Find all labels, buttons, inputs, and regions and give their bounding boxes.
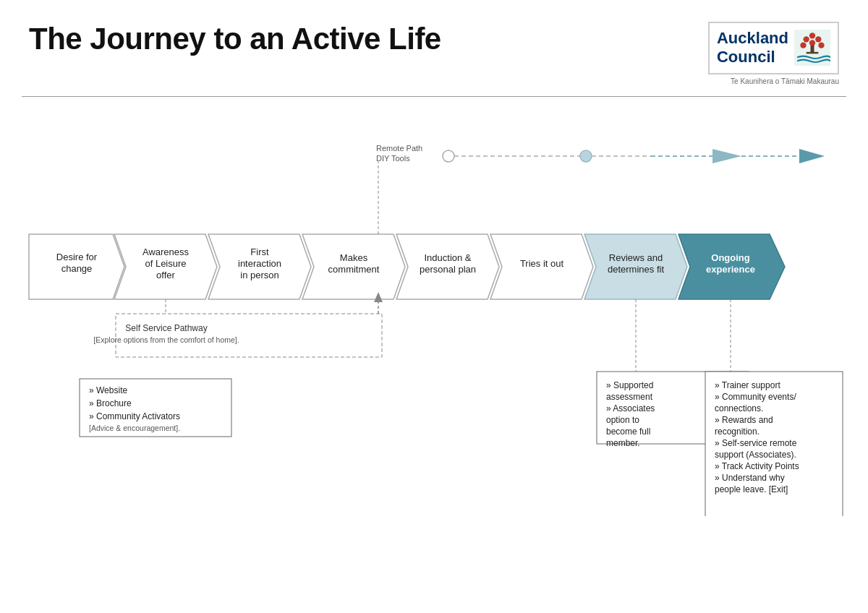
svg-text:support (Associates).: support (Associates). — [715, 450, 796, 460]
chevron-stage-8: Ongoing experience — [678, 234, 785, 299]
svg-text:»  Trainer support: » Trainer support — [715, 380, 780, 390]
main-content: Remote Path DIY Tools — [0, 97, 868, 526]
svg-text:Desire for: Desire for — [56, 252, 98, 262]
svg-point-11 — [443, 150, 454, 162]
svg-text:»  Track Activity Points: » Track Activity Points — [715, 461, 799, 471]
svg-text:of Leisure: of Leisure — [145, 258, 186, 269]
page-title: The Journey to an Active Life — [29, 22, 441, 56]
svg-point-1 — [809, 33, 815, 39]
svg-text:interaction: interaction — [238, 258, 281, 269]
svg-point-5 — [809, 40, 815, 46]
svg-text:[Advice & encouragement].: [Advice & encouragement]. — [89, 424, 180, 432]
svg-text:[Explore options from the comf: [Explore options from the comfort of hom… — [93, 335, 239, 344]
svg-text:Reviews and: Reviews and — [609, 252, 663, 263]
svg-point-2 — [804, 37, 809, 43]
svg-marker-15 — [712, 149, 741, 163]
svg-text:»  Website: » Website — [89, 385, 127, 395]
svg-text:Makes: Makes — [340, 252, 368, 263]
svg-marker-17 — [799, 149, 825, 163]
svg-text:personal plan: personal plan — [420, 264, 476, 275]
svg-text:Remote Path: Remote Path — [376, 144, 422, 153]
journey-diagram: Remote Path DIY Tools — [22, 111, 846, 516]
svg-text:»  Understand why: » Understand why — [715, 473, 785, 483]
svg-text:DIY Tools: DIY Tools — [376, 154, 410, 163]
svg-point-3 — [815, 37, 821, 43]
svg-text:First: First — [250, 247, 269, 257]
svg-text:become full: become full — [606, 426, 650, 437]
chevron-stage-4: Makes commitment — [302, 234, 405, 299]
svg-point-4 — [800, 43, 806, 48]
svg-text:assessment: assessment — [606, 392, 653, 402]
svg-text:»  Community events/: » Community events/ — [715, 392, 796, 402]
svg-rect-8 — [807, 52, 819, 53]
svg-text:offer: offer — [156, 270, 175, 280]
svg-text:change: change — [61, 263, 93, 274]
svg-text:commitment: commitment — [328, 264, 380, 275]
svg-text:experience: experience — [706, 264, 755, 275]
logo-tagline: Te Kaunihera o Tāmaki Makaurau — [731, 77, 839, 85]
chevron-stage-2: Awareness of Leisure offer — [114, 234, 217, 299]
svg-text:»  Self-service remote: » Self-service remote — [715, 438, 797, 448]
svg-text:»  Community Activators: » Community Activators — [89, 411, 180, 421]
svg-text:»  Supported: » Supported — [606, 380, 653, 390]
chevron-stage-7: Reviews and determines fit — [584, 234, 687, 299]
svg-text:determines fit: determines fit — [608, 264, 664, 275]
svg-point-13 — [580, 150, 592, 162]
svg-text:connections.: connections. — [715, 403, 763, 413]
svg-text:»  Rewards and: » Rewards and — [715, 415, 773, 425]
logo-text: AucklandCouncil — [717, 29, 788, 67]
logo-area: AucklandCouncil — [708, 22, 839, 85]
header: The Journey to an Active Life AucklandCo… — [0, 0, 868, 96]
svg-rect-7 — [811, 46, 814, 53]
svg-text:member.: member. — [606, 438, 640, 448]
svg-text:Awareness: Awareness — [142, 247, 190, 257]
auckland-council-icon — [794, 30, 830, 66]
svg-text:people leave. [Exit]: people leave. [Exit] — [715, 484, 788, 494]
svg-text:»  Associates: » Associates — [606, 403, 655, 413]
svg-point-6 — [818, 43, 824, 48]
svg-text:in person: in person — [240, 270, 278, 280]
chevron-stage-5: Induction & personal plan — [396, 234, 499, 299]
chevron-stage-6: Tries it out — [490, 234, 593, 299]
svg-text:option to: option to — [606, 415, 639, 425]
svg-text:Self Service Pathway: Self Service Pathway — [125, 323, 207, 333]
svg-text:Induction &: Induction & — [424, 252, 471, 263]
page-container: The Journey to an Active Life AucklandCo… — [0, 0, 868, 526]
svg-text:recognition.: recognition. — [715, 426, 760, 437]
chevron-stage-3: First interaction in person — [208, 234, 311, 299]
svg-text:Tries it out: Tries it out — [520, 258, 564, 269]
svg-text:»  Brochure: » Brochure — [89, 398, 132, 408]
chevron-stage-1: Desire for change — [29, 234, 124, 299]
svg-text:Ongoing: Ongoing — [711, 252, 749, 263]
logo-box: AucklandCouncil — [708, 22, 839, 74]
